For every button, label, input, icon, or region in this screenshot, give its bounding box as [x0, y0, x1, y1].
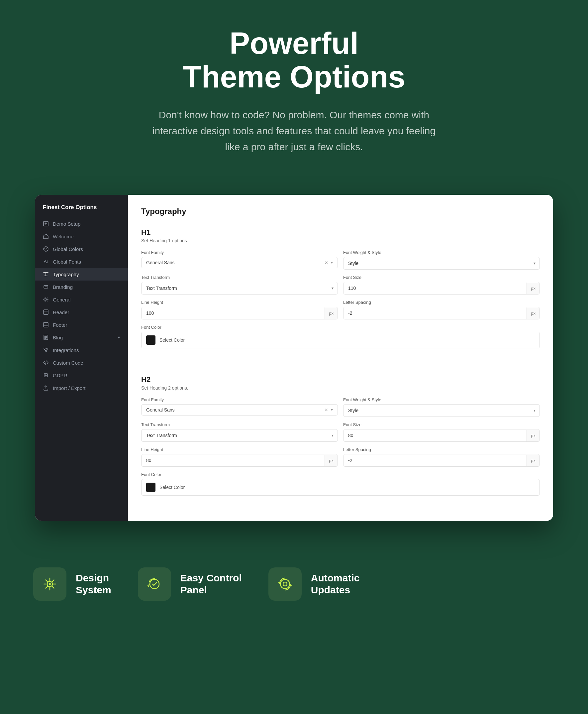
h2-font-weight-select-wrapper: Style: [343, 404, 540, 417]
chevron-down-icon: ▾: [118, 335, 120, 340]
svg-point-4: [45, 250, 46, 250]
sidebar-item-general[interactable]: General: [35, 293, 128, 306]
h1-font-weight-label: Font Weight & Style: [343, 250, 540, 255]
h1-label: H1: [141, 228, 540, 237]
sidebar-item-custom-code[interactable]: Custom Code: [35, 356, 128, 369]
demo-icon: [43, 221, 49, 227]
h2-font-family-label: Font Family: [141, 397, 338, 402]
feature-design-system-title: DesignSystem: [76, 572, 111, 596]
h2-line-height-input[interactable]: [142, 454, 324, 466]
h2-color-picker[interactable]: Select Color: [141, 479, 540, 496]
h2-text-transform-select[interactable]: Text Transform: [142, 429, 337, 442]
h1-letter-spacing-input[interactable]: [343, 307, 527, 319]
integrations-icon: [43, 347, 49, 353]
sidebar: Finest Core Options Demo Setup Welcome: [35, 195, 128, 521]
h1-text-transform-group: Text Transform Text Transform: [141, 275, 338, 294]
h1-letter-spacing-input-wrapper: px: [343, 307, 540, 320]
feature-auto-updates-title: AutomaticUpdates: [311, 572, 360, 596]
hero-subtitle: Don't know how to code? No problem. Our …: [145, 107, 443, 155]
h1-font-weight-group: Font Weight & Style Style: [343, 250, 540, 270]
h1-section: H1 Set Heading 1 options. Font Family Ge…: [141, 228, 540, 362]
sidebar-item-branding[interactable]: Branding: [35, 281, 128, 293]
sidebar-label-gdpr: GDPR: [53, 373, 67, 378]
svg-point-11: [46, 348, 48, 349]
svg-point-15: [49, 583, 51, 585]
h1-color-picker[interactable]: Select Color: [141, 332, 540, 348]
sidebar-item-footer[interactable]: Footer: [35, 319, 128, 331]
page-title: Typography: [141, 207, 540, 216]
svg-point-1: [43, 247, 48, 251]
h2-description: Set Heading 2 options.: [141, 385, 540, 391]
h2-form-grid: Font Family General Sans ✕ ▾ Font Weight…: [141, 397, 540, 496]
sidebar-item-welcome[interactable]: Welcome: [35, 230, 128, 243]
svg-point-2: [44, 248, 45, 249]
h1-text-transform-select[interactable]: Text Transform: [142, 282, 337, 294]
h2-label: H2: [141, 375, 540, 384]
h1-line-height-label: Line Height: [141, 300, 338, 305]
sidebar-item-header[interactable]: Header: [35, 306, 128, 319]
h2-text-transform-group: Text Transform Text Transform: [141, 422, 338, 442]
gdpr-icon: [43, 372, 49, 378]
sidebar-item-global-fonts[interactable]: Global Fonts: [35, 255, 128, 268]
sidebar-label-demo-setup: Demo Setup: [53, 221, 80, 227]
colors-icon: [43, 246, 49, 252]
h2-letter-spacing-input[interactable]: [343, 454, 527, 466]
h2-font-family-input[interactable]: General Sans ✕ ▾: [141, 404, 338, 415]
sidebar-item-integrations[interactable]: Integrations: [35, 344, 128, 356]
sidebar-item-typography[interactable]: Typography: [35, 268, 128, 281]
import-icon: [43, 385, 49, 391]
h1-font-size-label: Font Size: [343, 275, 540, 280]
sidebar-item-gdpr[interactable]: GDPR: [35, 369, 128, 382]
svg-point-17: [280, 579, 290, 589]
sidebar-item-global-colors[interactable]: Global Colors: [35, 243, 128, 255]
control-panel-icon-wrap: [138, 567, 171, 601]
h2-font-size-input-wrapper: px: [343, 429, 540, 442]
h1-font-color-label: Font Color: [141, 325, 540, 330]
h1-font-size-input-wrapper: px: [343, 282, 540, 294]
sidebar-label-header: Header: [53, 309, 69, 315]
h1-font-size-unit: px: [527, 283, 540, 294]
hero-title: PowerfulTheme Options: [66, 26, 522, 94]
h1-text-transform-label: Text Transform: [141, 275, 338, 280]
h2-font-size-input[interactable]: [343, 429, 527, 442]
sidebar-title: Finest Core Options: [35, 204, 128, 218]
h1-form-grid: Font Family General Sans ✕ ▾ Font Weight…: [141, 250, 540, 348]
h1-font-family-label: Font Family: [141, 250, 338, 255]
auto-updates-icon-wrap: [268, 567, 302, 601]
h2-font-weight-select[interactable]: Style: [343, 405, 540, 416]
h2-font-family-value: General Sans: [146, 407, 322, 412]
h1-font-weight-select[interactable]: Style: [343, 257, 540, 269]
h2-font-color-group: Font Color Select Color: [141, 472, 540, 496]
h1-font-size-input[interactable]: [343, 282, 527, 294]
sidebar-item-blog[interactable]: Blog ▾: [35, 331, 128, 344]
h1-letter-spacing-group: Letter Spacing px: [343, 300, 540, 320]
h1-font-family-input[interactable]: General Sans ✕ ▾: [141, 257, 338, 268]
sidebar-item-demo-setup[interactable]: Demo Setup: [35, 218, 128, 230]
fonts-icon: [43, 259, 49, 265]
svg-point-10: [44, 348, 45, 349]
svg-rect-8: [43, 322, 48, 327]
h1-description: Set Heading 1 options.: [141, 238, 540, 243]
feature-design-system: DesignSystem: [33, 567, 111, 601]
ui-section: Finest Core Options Demo Setup Welcome: [0, 175, 588, 548]
sidebar-label-welcome: Welcome: [53, 234, 74, 239]
browser-window: Finest Core Options Demo Setup Welcome: [35, 195, 553, 521]
header-icon: [43, 309, 49, 315]
feature-easy-control-title: Easy ControlPanel: [181, 572, 242, 596]
auto-updates-icon: [276, 575, 294, 593]
sidebar-label-global-colors: Global Colors: [53, 246, 83, 252]
h1-line-height-unit: px: [324, 307, 337, 319]
sidebar-label-import-export: Import / Export: [53, 385, 85, 391]
h2-letter-spacing-label: Letter Spacing: [343, 447, 540, 452]
h1-font-family-clear[interactable]: ✕: [324, 260, 328, 265]
chevron-down-icon: ▾: [331, 260, 333, 265]
h2-line-height-input-wrapper: px: [141, 454, 338, 467]
blog-icon: [43, 334, 49, 340]
h1-line-height-input[interactable]: [142, 307, 324, 319]
h2-font-family-clear[interactable]: ✕: [324, 408, 328, 412]
main-content: Typography H1 Set Heading 1 options. Fon…: [128, 195, 553, 521]
h2-text-transform-select-wrapper: Text Transform: [141, 429, 338, 442]
sidebar-label-branding: Branding: [53, 284, 73, 290]
h1-font-family-group: Font Family General Sans ✕ ▾: [141, 250, 338, 270]
sidebar-item-import-export[interactable]: Import / Export: [35, 382, 128, 394]
